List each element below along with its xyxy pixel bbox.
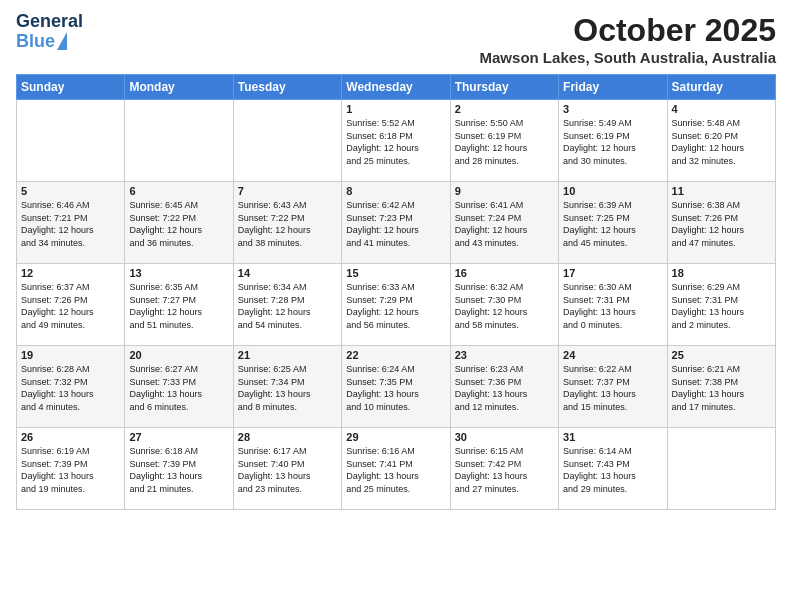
- calendar-week-1: 1Sunrise: 5:52 AM Sunset: 6:18 PM Daylig…: [17, 100, 776, 182]
- calendar-cell-w4-d5: 24Sunrise: 6:22 AM Sunset: 7:37 PM Dayli…: [559, 346, 667, 428]
- day-number: 6: [129, 185, 228, 197]
- header-wednesday: Wednesday: [342, 75, 450, 100]
- day-info: Sunrise: 6:46 AM Sunset: 7:21 PM Dayligh…: [21, 199, 120, 249]
- header-thursday: Thursday: [450, 75, 558, 100]
- calendar-cell-w2-d2: 7Sunrise: 6:43 AM Sunset: 7:22 PM Daylig…: [233, 182, 341, 264]
- day-info: Sunrise: 6:28 AM Sunset: 7:32 PM Dayligh…: [21, 363, 120, 413]
- day-info: Sunrise: 6:14 AM Sunset: 7:43 PM Dayligh…: [563, 445, 662, 495]
- day-number: 5: [21, 185, 120, 197]
- day-number: 19: [21, 349, 120, 361]
- header-sunday: Sunday: [17, 75, 125, 100]
- day-info: Sunrise: 6:32 AM Sunset: 7:30 PM Dayligh…: [455, 281, 554, 331]
- day-number: 13: [129, 267, 228, 279]
- calendar-cell-w5-d1: 27Sunrise: 6:18 AM Sunset: 7:39 PM Dayli…: [125, 428, 233, 510]
- day-info: Sunrise: 6:23 AM Sunset: 7:36 PM Dayligh…: [455, 363, 554, 413]
- calendar-cell-w4-d2: 21Sunrise: 6:25 AM Sunset: 7:34 PM Dayli…: [233, 346, 341, 428]
- calendar-cell-w1-d2: [233, 100, 341, 182]
- calendar-cell-w4-d4: 23Sunrise: 6:23 AM Sunset: 7:36 PM Dayli…: [450, 346, 558, 428]
- calendar-cell-w2-d0: 5Sunrise: 6:46 AM Sunset: 7:21 PM Daylig…: [17, 182, 125, 264]
- day-info: Sunrise: 6:19 AM Sunset: 7:39 PM Dayligh…: [21, 445, 120, 495]
- day-info: Sunrise: 6:39 AM Sunset: 7:25 PM Dayligh…: [563, 199, 662, 249]
- day-info: Sunrise: 6:35 AM Sunset: 7:27 PM Dayligh…: [129, 281, 228, 331]
- day-info: Sunrise: 6:38 AM Sunset: 7:26 PM Dayligh…: [672, 199, 771, 249]
- header-friday: Friday: [559, 75, 667, 100]
- day-number: 15: [346, 267, 445, 279]
- day-info: Sunrise: 6:17 AM Sunset: 7:40 PM Dayligh…: [238, 445, 337, 495]
- logo: General Blue: [16, 12, 83, 52]
- day-number: 17: [563, 267, 662, 279]
- calendar-cell-w5-d3: 29Sunrise: 6:16 AM Sunset: 7:41 PM Dayli…: [342, 428, 450, 510]
- day-number: 11: [672, 185, 771, 197]
- day-info: Sunrise: 6:22 AM Sunset: 7:37 PM Dayligh…: [563, 363, 662, 413]
- day-info: Sunrise: 6:24 AM Sunset: 7:35 PM Dayligh…: [346, 363, 445, 413]
- day-number: 27: [129, 431, 228, 443]
- calendar-cell-w5-d2: 28Sunrise: 6:17 AM Sunset: 7:40 PM Dayli…: [233, 428, 341, 510]
- calendar-cell-w5-d4: 30Sunrise: 6:15 AM Sunset: 7:42 PM Dayli…: [450, 428, 558, 510]
- calendar-cell-w1-d0: [17, 100, 125, 182]
- calendar-cell-w1-d3: 1Sunrise: 5:52 AM Sunset: 6:18 PM Daylig…: [342, 100, 450, 182]
- calendar-cell-w3-d4: 16Sunrise: 6:32 AM Sunset: 7:30 PM Dayli…: [450, 264, 558, 346]
- calendar-week-2: 5Sunrise: 6:46 AM Sunset: 7:21 PM Daylig…: [17, 182, 776, 264]
- calendar-cell-w4-d0: 19Sunrise: 6:28 AM Sunset: 7:32 PM Dayli…: [17, 346, 125, 428]
- day-info: Sunrise: 6:16 AM Sunset: 7:41 PM Dayligh…: [346, 445, 445, 495]
- calendar-cell-w1-d1: [125, 100, 233, 182]
- day-info: Sunrise: 5:50 AM Sunset: 6:19 PM Dayligh…: [455, 117, 554, 167]
- day-info: Sunrise: 6:34 AM Sunset: 7:28 PM Dayligh…: [238, 281, 337, 331]
- calendar-table: Sunday Monday Tuesday Wednesday Thursday…: [16, 74, 776, 510]
- calendar-cell-w1-d5: 3Sunrise: 5:49 AM Sunset: 6:19 PM Daylig…: [559, 100, 667, 182]
- day-info: Sunrise: 6:41 AM Sunset: 7:24 PM Dayligh…: [455, 199, 554, 249]
- calendar-cell-w4-d6: 25Sunrise: 6:21 AM Sunset: 7:38 PM Dayli…: [667, 346, 775, 428]
- day-number: 23: [455, 349, 554, 361]
- day-number: 28: [238, 431, 337, 443]
- day-info: Sunrise: 6:21 AM Sunset: 7:38 PM Dayligh…: [672, 363, 771, 413]
- calendar-week-3: 12Sunrise: 6:37 AM Sunset: 7:26 PM Dayli…: [17, 264, 776, 346]
- day-number: 8: [346, 185, 445, 197]
- calendar-cell-w2-d4: 9Sunrise: 6:41 AM Sunset: 7:24 PM Daylig…: [450, 182, 558, 264]
- logo-blue-text: Blue: [16, 32, 55, 52]
- day-number: 9: [455, 185, 554, 197]
- day-info: Sunrise: 6:33 AM Sunset: 7:29 PM Dayligh…: [346, 281, 445, 331]
- calendar-cell-w4-d3: 22Sunrise: 6:24 AM Sunset: 7:35 PM Dayli…: [342, 346, 450, 428]
- page: General Blue October 2025 Mawson Lakes, …: [0, 0, 792, 612]
- day-info: Sunrise: 5:49 AM Sunset: 6:19 PM Dayligh…: [563, 117, 662, 167]
- day-number: 14: [238, 267, 337, 279]
- day-number: 26: [21, 431, 120, 443]
- day-number: 24: [563, 349, 662, 361]
- logo-name: General Blue: [16, 12, 83, 52]
- day-number: 4: [672, 103, 771, 115]
- day-info: Sunrise: 5:48 AM Sunset: 6:20 PM Dayligh…: [672, 117, 771, 167]
- day-number: 16: [455, 267, 554, 279]
- header-tuesday: Tuesday: [233, 75, 341, 100]
- day-number: 25: [672, 349, 771, 361]
- logo-general-text: General: [16, 12, 83, 32]
- day-info: Sunrise: 6:25 AM Sunset: 7:34 PM Dayligh…: [238, 363, 337, 413]
- day-number: 31: [563, 431, 662, 443]
- calendar-cell-w3-d3: 15Sunrise: 6:33 AM Sunset: 7:29 PM Dayli…: [342, 264, 450, 346]
- day-info: Sunrise: 5:52 AM Sunset: 6:18 PM Dayligh…: [346, 117, 445, 167]
- day-number: 21: [238, 349, 337, 361]
- day-number: 20: [129, 349, 228, 361]
- day-info: Sunrise: 6:29 AM Sunset: 7:31 PM Dayligh…: [672, 281, 771, 331]
- calendar-cell-w3-d2: 14Sunrise: 6:34 AM Sunset: 7:28 PM Dayli…: [233, 264, 341, 346]
- day-number: 2: [455, 103, 554, 115]
- day-number: 3: [563, 103, 662, 115]
- day-number: 29: [346, 431, 445, 443]
- header: General Blue October 2025 Mawson Lakes, …: [16, 12, 776, 66]
- day-info: Sunrise: 6:37 AM Sunset: 7:26 PM Dayligh…: [21, 281, 120, 331]
- header-saturday: Saturday: [667, 75, 775, 100]
- logo-triangle-icon: [57, 32, 67, 50]
- calendar-week-5: 26Sunrise: 6:19 AM Sunset: 7:39 PM Dayli…: [17, 428, 776, 510]
- calendar-cell-w1-d4: 2Sunrise: 5:50 AM Sunset: 6:19 PM Daylig…: [450, 100, 558, 182]
- day-info: Sunrise: 6:43 AM Sunset: 7:22 PM Dayligh…: [238, 199, 337, 249]
- calendar-cell-w1-d6: 4Sunrise: 5:48 AM Sunset: 6:20 PM Daylig…: [667, 100, 775, 182]
- calendar-cell-w3-d0: 12Sunrise: 6:37 AM Sunset: 7:26 PM Dayli…: [17, 264, 125, 346]
- day-info: Sunrise: 6:30 AM Sunset: 7:31 PM Dayligh…: [563, 281, 662, 331]
- location-title: Mawson Lakes, South Australia, Australia: [480, 49, 776, 66]
- day-info: Sunrise: 6:42 AM Sunset: 7:23 PM Dayligh…: [346, 199, 445, 249]
- calendar-cell-w2-d5: 10Sunrise: 6:39 AM Sunset: 7:25 PM Dayli…: [559, 182, 667, 264]
- calendar-header-row: Sunday Monday Tuesday Wednesday Thursday…: [17, 75, 776, 100]
- calendar-cell-w2-d6: 11Sunrise: 6:38 AM Sunset: 7:26 PM Dayli…: [667, 182, 775, 264]
- day-number: 10: [563, 185, 662, 197]
- title-block: October 2025 Mawson Lakes, South Austral…: [480, 12, 776, 66]
- day-info: Sunrise: 6:15 AM Sunset: 7:42 PM Dayligh…: [455, 445, 554, 495]
